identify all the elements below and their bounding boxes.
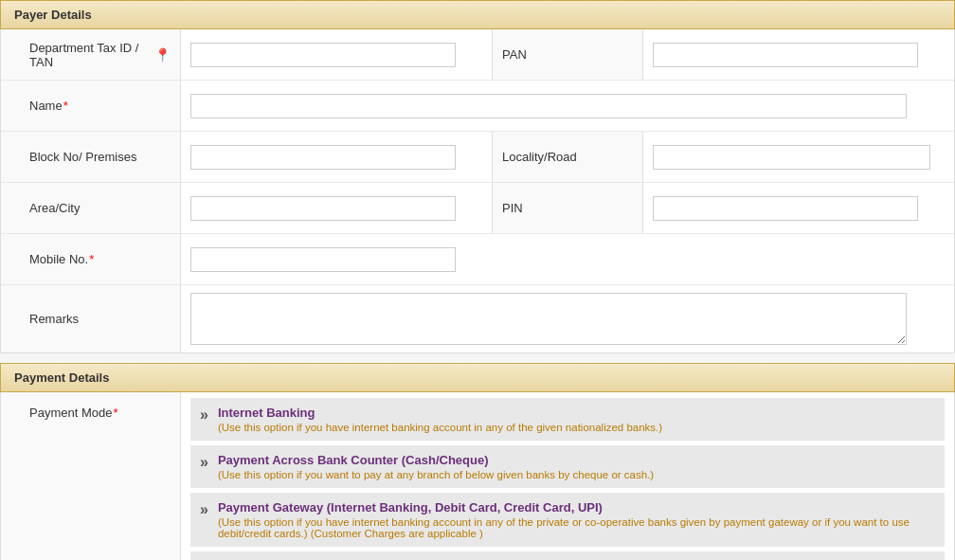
info-icon: 📍	[154, 47, 171, 63]
payer-details-body: Department Tax ID / TAN 📍 PAN Name*	[0, 29, 955, 353]
internet-banking-option[interactable]: » Internet Banking (Use this option if y…	[190, 398, 945, 441]
area-input[interactable]	[190, 196, 456, 221]
remarks-row: Remarks	[1, 285, 954, 352]
name-label-cell: Name*	[1, 81, 181, 131]
dept-tax-field-cell	[181, 35, 492, 75]
internet-banking-title: Internet Banking	[218, 406, 662, 420]
pan-field-cell	[643, 35, 954, 75]
pin-input[interactable]	[653, 196, 918, 221]
payer-details-header: Payer Details	[0, 0, 955, 29]
remarks-label-cell: Remarks	[1, 285, 181, 352]
bank-counter-option[interactable]: » Payment Across Bank Counter (Cash/Cheq…	[190, 445, 945, 488]
block-label-cell: Block No/ Premises	[1, 132, 181, 182]
payment-details-body: Payment Mode* » Internet Banking (Use th…	[0, 392, 955, 560]
remarks-textarea[interactable]	[190, 293, 907, 345]
locality-label-cell: Locality/Road	[492, 132, 643, 182]
internet-banking-text: Internet Banking (Use this option if you…	[218, 406, 662, 433]
block-locality-row: Block No/ Premises Locality/Road	[1, 132, 954, 183]
name-row: Name*	[1, 81, 954, 132]
mobile-row: Mobile No. *	[1, 234, 954, 285]
mobile-field-cell	[181, 240, 954, 280]
payer-details-title: Payer Details	[14, 8, 92, 22]
payment-options-cell: » Internet Banking (Use this option if y…	[181, 392, 954, 560]
area-pin-row: Area/City PIN	[1, 183, 954, 234]
mobile-label-cell: Mobile No. *	[1, 234, 181, 284]
mobile-required: *	[89, 252, 94, 266]
pan-label-cell: PAN	[492, 29, 643, 80]
pan-input[interactable]	[653, 43, 918, 67]
pin-field-cell	[643, 189, 954, 228]
upi-option[interactable]: » UPI Payment (max per day limit is Rs. …	[190, 551, 945, 560]
block-field-cell	[181, 137, 492, 177]
dept-tax-label: Department Tax ID / TAN 📍	[1, 29, 181, 80]
payment-details-title: Payment Details	[14, 370, 109, 385]
remarks-field-cell	[181, 285, 954, 352]
area-field-cell	[181, 189, 492, 228]
bank-counter-chevron: »	[200, 454, 208, 471]
name-field-cell	[181, 86, 954, 126]
name-required: *	[63, 99, 68, 113]
internet-banking-chevron: »	[200, 406, 208, 424]
payment-gateway-text: Payment Gateway (Internet Banking, Debit…	[218, 500, 935, 539]
pin-label-cell: PIN	[492, 183, 643, 233]
dept-tax-input[interactable]	[190, 43, 456, 67]
locality-input[interactable]	[653, 145, 930, 170]
payment-gateway-desc: (Use this option if you have internet ba…	[218, 516, 935, 539]
payment-mode-row: Payment Mode* » Internet Banking (Use th…	[1, 392, 954, 560]
payment-gateway-chevron: »	[200, 501, 208, 518]
bank-counter-desc: (Use this option if you want to pay at a…	[218, 469, 654, 480]
name-input[interactable]	[190, 94, 907, 118]
mobile-input[interactable]	[190, 247, 456, 272]
payment-gateway-option[interactable]: » Payment Gateway (Internet Banking, Deb…	[190, 493, 945, 547]
bank-counter-title: Payment Across Bank Counter (Cash/Cheque…	[218, 453, 654, 467]
internet-banking-desc: (Use this option if you have internet ba…	[218, 422, 662, 433]
area-label-cell: Area/City	[1, 183, 181, 233]
payment-mode-label-cell: Payment Mode*	[1, 392, 181, 560]
dept-tax-pan-row: Department Tax ID / TAN 📍 PAN	[1, 29, 954, 81]
block-input[interactable]	[190, 145, 456, 170]
bank-counter-text: Payment Across Bank Counter (Cash/Cheque…	[218, 453, 654, 480]
mode-required: *	[113, 406, 117, 420]
payment-gateway-title: Payment Gateway (Internet Banking, Debit…	[218, 500, 935, 515]
payment-details-header: Payment Details	[0, 363, 955, 392]
locality-field-cell	[643, 137, 954, 177]
